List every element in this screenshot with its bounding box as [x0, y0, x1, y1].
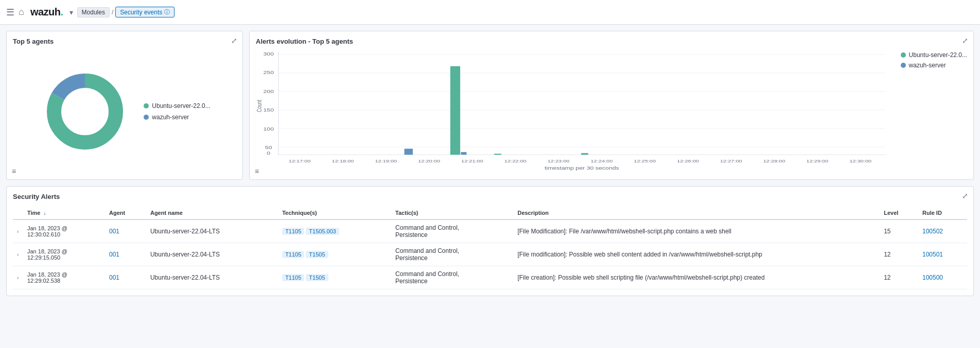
bar-legend-label-wazuh: wazuh-server	[909, 62, 946, 69]
breadcrumb: Modules / Security events ⓘ	[77, 7, 175, 17]
svg-text:Count: Count	[256, 100, 262, 112]
alerts-evolution-panel: Alerts evolution - Top 5 agents ⤢ 300 25…	[249, 31, 974, 180]
col-time[interactable]: Time ↓	[23, 207, 105, 219]
cell-techniques: T1105T1505	[278, 266, 391, 289]
col-description[interactable]: Description	[513, 207, 880, 219]
cell-agent: 001	[105, 243, 146, 266]
table-row: › Jan 18, 2023 @12:30:02.610 001 Ubuntu-…	[13, 219, 967, 243]
row-expand-icon[interactable]: ›	[17, 252, 19, 258]
technique-badge[interactable]: T1105	[282, 274, 304, 281]
bar-chart-svg: 300 250 200 150 100 50 0 Count	[256, 49, 892, 173]
svg-text:12:28:00: 12:28:00	[763, 159, 785, 163]
cell-time: Jan 18, 2023 @12:29:02.538	[23, 266, 105, 289]
cell-techniques: T1105T1505	[278, 243, 391, 266]
bar-green-1224	[581, 153, 588, 155]
svg-text:12:27:00: 12:27:00	[720, 159, 742, 163]
logo-dropdown-arrow[interactable]: ▾	[69, 8, 73, 16]
rule-id-link[interactable]: 100500	[922, 274, 943, 281]
bar-legend-dot-wazuh	[901, 63, 906, 68]
alerts-evolution-bottom-icon[interactable]: ≡	[255, 167, 259, 175]
agent-link[interactable]: 001	[109, 251, 119, 258]
cell-level: 15	[880, 219, 918, 243]
svg-text:0: 0	[267, 151, 270, 156]
cell-description: [File creation]: Possible web shell scri…	[513, 266, 880, 289]
cell-rule-id: 100501	[918, 243, 967, 266]
legend-item-ubuntu: Ubuntu-server-22.0...	[144, 102, 210, 109]
security-alerts-table: Time ↓ Agent Agent name Technique(s) Tac…	[13, 207, 967, 289]
technique-badge[interactable]: T1105	[282, 251, 304, 258]
legend-label-wazuh: wazuh-server	[152, 114, 189, 121]
agent-link[interactable]: 001	[109, 228, 119, 235]
technique-badge[interactable]: T1505.003	[306, 228, 339, 235]
hamburger-menu-icon[interactable]: ☰	[6, 7, 14, 18]
cell-agent-name: Ubuntu-server-22.04-LTS	[146, 243, 278, 266]
col-agent[interactable]: Agent	[105, 207, 146, 219]
col-agent-name[interactable]: Agent name	[146, 207, 278, 219]
table-row: › Jan 18, 2023 @12:29:15.050 001 Ubuntu-…	[13, 243, 967, 266]
home-icon[interactable]: ⌂	[19, 7, 24, 17]
legend-dot-ubuntu	[144, 103, 149, 108]
cell-time: Jan 18, 2023 @12:29:15.050	[23, 243, 105, 266]
top5-agents-bottom-icon[interactable]: ≡	[12, 167, 16, 175]
svg-text:300: 300	[263, 51, 274, 57]
legend-label-ubuntu: Ubuntu-server-22.0...	[152, 102, 210, 109]
top5-agents-panel: Top 5 agents ⤢ Ubuntu-server-22.0...	[6, 31, 243, 180]
technique-badge[interactable]: T1505	[306, 274, 328, 281]
alerts-evolution-expand-icon[interactable]: ⤢	[962, 36, 968, 45]
modules-breadcrumb[interactable]: Modules	[77, 7, 110, 17]
row-expand-cell: ›	[13, 243, 23, 266]
rule-id-link[interactable]: 100502	[922, 228, 943, 235]
svg-text:12:29:00: 12:29:00	[807, 159, 829, 163]
cell-rule-id: 100500	[918, 266, 967, 289]
cell-level: 12	[880, 266, 918, 289]
bar-chart-with-legend: 300 250 200 150 100 50 0 Count	[256, 49, 967, 174]
breadcrumb-separator: /	[112, 9, 113, 16]
bar-blue-1221	[461, 152, 466, 155]
bar-legend-dot-ubuntu	[901, 52, 906, 58]
col-rule-id[interactable]: Rule ID	[918, 207, 967, 219]
svg-text:12:21:00: 12:21:00	[461, 159, 483, 163]
svg-text:12:26:00: 12:26:00	[677, 159, 699, 163]
svg-text:12:18:00: 12:18:00	[332, 159, 354, 163]
table-header-row: Time ↓ Agent Agent name Technique(s) Tac…	[13, 207, 967, 219]
legend-dot-wazuh	[144, 115, 149, 120]
svg-text:12:19:00: 12:19:00	[375, 159, 397, 163]
bar-chart-legend: Ubuntu-server-22.0... wazuh-server	[892, 49, 967, 174]
col-expand	[13, 207, 23, 219]
security-alerts-title: Security Alerts	[13, 193, 967, 200]
main-content: Top 5 agents ⤢ Ubuntu-server-22.0...	[0, 25, 980, 302]
technique-badge[interactable]: T1105	[282, 228, 304, 235]
svg-text:100: 100	[263, 126, 274, 132]
bar-legend-label-ubuntu: Ubuntu-server-22.0...	[909, 51, 967, 59]
charts-row: Top 5 agents ⤢ Ubuntu-server-22.0...	[6, 31, 974, 180]
security-events-breadcrumb[interactable]: Security events ⓘ	[115, 7, 174, 17]
row-expand-icon[interactable]: ›	[17, 229, 19, 234]
rule-id-link[interactable]: 100501	[922, 251, 943, 258]
row-expand-cell: ›	[13, 219, 23, 243]
row-expand-cell: ›	[13, 266, 23, 289]
info-icon[interactable]: ⓘ	[164, 8, 170, 16]
svg-text:50: 50	[265, 145, 272, 150]
cell-rule-id: 100502	[918, 219, 967, 243]
bar-blue-1220	[405, 149, 413, 155]
security-alerts-expand-icon[interactable]: ⤢	[962, 192, 968, 200]
svg-text:12:22:00: 12:22:00	[504, 159, 527, 163]
cell-description: [File Modification]: File /var/www/html/…	[513, 219, 880, 243]
col-tactics[interactable]: Tactic(s)	[391, 207, 513, 219]
row-expand-icon[interactable]: ›	[17, 275, 19, 281]
agent-link[interactable]: 001	[109, 274, 119, 281]
cell-techniques: T1105T1505.003	[278, 219, 391, 243]
top-navigation: ☰ ⌂ wazuh. ▾ Modules / Security events ⓘ	[0, 0, 980, 25]
top5-agents-expand-icon[interactable]: ⤢	[231, 36, 237, 45]
col-level[interactable]: Level	[880, 207, 918, 219]
cell-tactics: Command and Control, Persistence	[391, 243, 513, 266]
svg-text:12:25:00: 12:25:00	[634, 159, 656, 163]
bar-green-1222	[494, 154, 501, 155]
col-techniques[interactable]: Technique(s)	[278, 207, 391, 219]
technique-badge[interactable]: T1505	[306, 251, 328, 258]
cell-tactics: Command and Control, Persistence	[391, 266, 513, 289]
cell-tactics: Command and Control, Persistence	[391, 219, 513, 243]
cell-agent: 001	[105, 219, 146, 243]
svg-point-2	[62, 89, 108, 134]
security-alerts-table-container: Time ↓ Agent Agent name Technique(s) Tac…	[13, 207, 967, 289]
